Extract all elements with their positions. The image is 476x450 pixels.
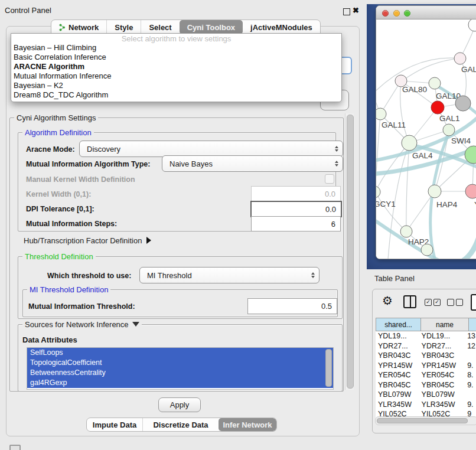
table-cell[interactable]: 8. — [467, 371, 476, 379]
data-attribute-item[interactable]: TopologicalCoefficient — [27, 358, 333, 368]
data-attributes-list[interactable]: SelfLoopsTopologicalCoefficientBetweenne… — [27, 347, 334, 390]
gear-icon[interactable]: ⚙ — [382, 294, 393, 308]
mi-threshold-field[interactable]: 0.5 — [247, 298, 337, 314]
table-row[interactable]: YDL19...YDL19...13 — [376, 331, 476, 341]
hub-tf-section[interactable]: Hub/Transcription Factor Definition — [24, 236, 151, 245]
tab-select[interactable]: Select — [141, 20, 179, 34]
table-row[interactable]: YBL079WYBL079W — [376, 390, 476, 400]
table-hscrollbar[interactable] — [375, 416, 476, 425]
combo-spinner-icon — [335, 161, 338, 167]
column-header-shared-name[interactable]: shared... — [376, 318, 421, 331]
table-cell[interactable]: YLR345W — [376, 400, 420, 409]
network-node[interactable] — [431, 101, 444, 114]
network-node[interactable] — [468, 19, 476, 31]
float-panel-icon[interactable] — [343, 8, 350, 15]
manual-kernel-checkbox[interactable] — [325, 174, 334, 184]
settings-scrollbar-thumb[interactable] — [347, 115, 354, 389]
table-cell[interactable]: 13 — [467, 332, 476, 340]
table-cell[interactable]: YBL079W — [376, 390, 420, 399]
table-cell[interactable]: YDR27... — [420, 342, 468, 350]
algorithm-option[interactable]: ARACNE Algorithm — [11, 62, 341, 71]
table-row[interactable]: YDR27...YDR27...12 — [376, 341, 476, 351]
tab-discretize-data[interactable]: Discretize Data — [142, 418, 219, 431]
table-cell[interactable]: YBR043C — [376, 351, 420, 360]
apply-button[interactable]: Apply — [158, 397, 201, 412]
table-cell[interactable]: YBR045C — [376, 381, 420, 389]
algorithm-option[interactable]: Mutual Information Inference — [11, 71, 341, 81]
sources-group-title[interactable]: Sources for Network Inference — [22, 320, 142, 329]
network-node[interactable] — [376, 186, 380, 198]
algorithm-option[interactable]: Bayesian – K2 — [11, 81, 341, 90]
tab-jactivemnodules[interactable]: jActiveMNodules — [243, 20, 320, 34]
network-view-window[interactable]: GALGAL80GAL10GAL1GAL11SWI4GAL4GCY1HAP4YH… — [376, 5, 476, 259]
table-row[interactable]: YPR145WYPR145W9. — [376, 361, 476, 371]
network-node[interactable] — [402, 135, 417, 151]
select-all-icon[interactable]: ✓✓ — [425, 299, 441, 306]
column-header-partial[interactable] — [469, 318, 476, 331]
table-cell[interactable]: 9. — [467, 361, 476, 370]
attributes-scrollbar[interactable] — [325, 349, 332, 387]
table-cell[interactable]: YER054C — [376, 371, 420, 379]
table-cell[interactable]: YPR145W — [420, 361, 468, 370]
network-node[interactable] — [455, 96, 471, 111]
function-builder-icon[interactable] — [471, 294, 476, 311]
table-cell[interactable]: YBR045C — [420, 381, 468, 389]
mi-steps-field[interactable]: 6 — [251, 216, 341, 231]
close-traffic-light-icon[interactable] — [382, 10, 389, 17]
table-row[interactable]: YBR043CYBR043C — [376, 351, 476, 361]
dpi-tolerance-field[interactable]: 0.0 — [250, 201, 342, 217]
tab-cyni-toolbox[interactable]: Cyni Toolbox — [180, 20, 243, 34]
table-cell[interactable]: YDR27... — [376, 342, 420, 350]
network-node[interactable] — [421, 244, 433, 256]
table-cell[interactable]: 9. — [467, 400, 476, 409]
algorithm-option[interactable]: Bayesian – Hill Climbing — [11, 43, 341, 53]
tab-impute-data[interactable]: Impute Data — [87, 418, 142, 431]
column-header-name[interactable]: name — [421, 318, 469, 331]
table-cell[interactable]: 12 — [467, 342, 476, 350]
table-cell[interactable]: YPR145W — [376, 361, 420, 370]
table-cell[interactable]: YDL19... — [420, 332, 468, 340]
network-node[interactable] — [454, 53, 466, 64]
network-node[interactable] — [465, 184, 476, 198]
close-panel-icon[interactable]: ✖ — [353, 6, 359, 15]
table-cell[interactable]: YLR345W — [420, 400, 468, 409]
algorithm-option[interactable]: Dream8 DC_TDC Algorithm — [11, 90, 341, 100]
expand-right-icon[interactable] — [146, 237, 151, 244]
data-attribute-item[interactable]: SelfLoops — [27, 348, 333, 358]
data-attribute-item[interactable]: BetweennessCentrality — [27, 368, 333, 378]
network-node[interactable] — [376, 108, 386, 120]
kernel-width-field[interactable]: 0.0 — [251, 186, 341, 201]
table-row[interactable]: YLR345WYLR345W9. — [376, 400, 476, 410]
table-cell[interactable]: YDL19... — [376, 332, 420, 340]
tab-infer-network[interactable]: Infer Network — [219, 418, 276, 431]
mi-type-combo[interactable]: Naive Bayes — [162, 155, 343, 172]
zoom-traffic-light-icon[interactable] — [404, 10, 410, 17]
network-node[interactable] — [443, 124, 455, 136]
tab-network[interactable]: Network — [51, 20, 106, 34]
split-view-icon[interactable] — [403, 295, 416, 308]
network-node[interactable] — [400, 226, 412, 237]
table-row[interactable]: YBR045CYBR045C9. — [376, 380, 476, 390]
table-body[interactable]: YDL19...YDL19...13YDR27...YDR27...12YBR0… — [376, 331, 476, 418]
mini-panel-button[interactable] — [9, 445, 21, 450]
which-threshold-combo[interactable]: MI Threshold — [139, 267, 319, 283]
table-cell[interactable]: YER054C — [420, 371, 468, 379]
table-row[interactable]: YER054CYER054C8. — [376, 370, 476, 380]
minimize-traffic-light-icon[interactable] — [393, 10, 400, 17]
data-attribute-item[interactable]: gal4RGexp — [27, 378, 333, 388]
network-canvas[interactable]: GALGAL80GAL10GAL1GAL11SWI4GAL4GCY1HAP4YH… — [376, 19, 476, 259]
network-node[interactable] — [428, 185, 441, 198]
tab-style[interactable]: Style — [106, 20, 141, 34]
aracne-mode-combo[interactable]: Discovery — [79, 141, 343, 157]
network-window-titlebar[interactable] — [376, 6, 476, 19]
algorithm-option[interactable]: Basic Correlation Inference — [11, 53, 341, 62]
mi-steps-label: Mutual Information Steps: — [26, 220, 117, 228]
collapse-down-icon[interactable] — [132, 322, 139, 327]
deselect-all-icon[interactable] — [447, 299, 463, 306]
table-cell[interactable]: YBR043C — [420, 351, 468, 360]
table-hscrollbar-thumb[interactable] — [377, 418, 468, 423]
table-cell[interactable]: 9. — [467, 381, 476, 389]
settings-scrollbar[interactable] — [345, 113, 354, 390]
network-node[interactable] — [429, 77, 441, 89]
table-cell[interactable]: YBL079W — [420, 390, 468, 399]
